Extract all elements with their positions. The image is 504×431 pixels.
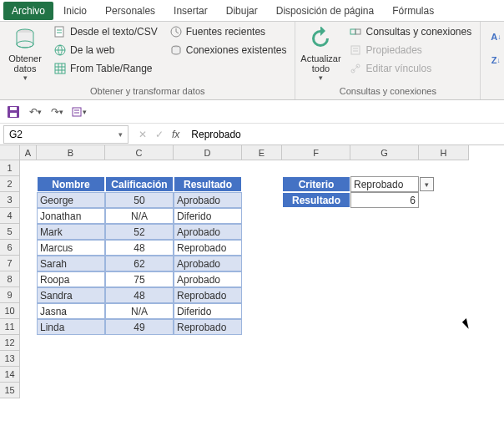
tab-formulas[interactable]: Fórmulas xyxy=(384,2,442,20)
col-header-D[interactable]: D xyxy=(174,145,242,160)
qat-extra-button[interactable]: ▾ xyxy=(70,104,87,120)
svg-rect-13 xyxy=(10,107,17,110)
table-cell[interactable]: Reprobado xyxy=(174,319,242,335)
from-table-button[interactable]: From Table/Range xyxy=(50,60,161,77)
table-cell[interactable]: N/A xyxy=(105,208,174,224)
table-cell[interactable]: Aprobado xyxy=(174,256,242,271)
sort-asc-button[interactable]: A↓ xyxy=(486,28,504,45)
table-cell[interactable]: Aprobado xyxy=(174,192,242,208)
col-header-A[interactable]: A xyxy=(20,145,37,160)
row-header-14[interactable]: 14 xyxy=(0,367,20,383)
row-header-4[interactable]: 4 xyxy=(0,208,20,224)
table-cell[interactable]: 48 xyxy=(105,240,174,256)
group-sort: A↓ Z↓ xyxy=(481,22,504,99)
criterio-dropdown-button[interactable]: ▾ xyxy=(420,177,434,191)
tab-dibujar[interactable]: Dibujar xyxy=(218,2,266,20)
col-header-H[interactable]: H xyxy=(419,145,469,160)
table-cell[interactable]: Reprobado xyxy=(174,240,242,256)
table-cell[interactable]: 62 xyxy=(105,256,174,271)
row-header-13[interactable]: 13 xyxy=(0,351,20,367)
name-box[interactable]: ▾ xyxy=(3,125,129,144)
tab-inicio[interactable]: Inicio xyxy=(55,2,95,20)
row-header-5[interactable]: 5 xyxy=(0,224,20,240)
svg-rect-9 xyxy=(351,46,360,54)
row-header-2[interactable]: 2 xyxy=(0,176,20,192)
obtener-datos-button[interactable]: Obtener datos ▾ xyxy=(5,23,45,84)
database-icon xyxy=(12,25,38,52)
actualizar-todo-button[interactable]: Actualizar todo ▾ xyxy=(300,23,340,84)
row-header-12[interactable]: 12 xyxy=(0,335,20,351)
name-box-input[interactable] xyxy=(9,129,118,140)
resultado-value-cell[interactable]: 6 xyxy=(350,192,419,208)
de-la-web-button[interactable]: De la web xyxy=(50,42,161,58)
edit-links-icon xyxy=(349,62,362,75)
table-header: Calificación xyxy=(105,176,174,192)
sort-desc-icon: Z↓ xyxy=(489,53,502,67)
sort-desc-button[interactable]: Z↓ xyxy=(486,52,504,68)
table-cell[interactable]: Sarah xyxy=(37,256,105,271)
undo-button[interactable]: ↶▾ xyxy=(27,104,43,120)
row-header-8[interactable]: 8 xyxy=(0,271,20,287)
confirm-formula-button[interactable]: ✓ xyxy=(155,129,164,140)
col-header-B[interactable]: B xyxy=(37,145,105,160)
table-cell[interactable]: Reprobado xyxy=(174,287,242,303)
table-cell[interactable]: Linda xyxy=(37,319,105,335)
col-header-F[interactable]: F xyxy=(282,145,350,160)
table-cell[interactable]: Roopa xyxy=(37,271,105,287)
row-header-7[interactable]: 7 xyxy=(0,256,20,271)
svg-rect-8 xyxy=(355,29,360,34)
col-header-E[interactable]: E xyxy=(242,145,282,160)
table-cell[interactable]: 48 xyxy=(105,287,174,303)
col-header-G[interactable]: G xyxy=(350,145,419,160)
recent-icon xyxy=(169,25,183,38)
table-cell[interactable]: 49 xyxy=(105,319,174,335)
select-all-cells[interactable] xyxy=(0,145,20,160)
table-cell[interactable]: 75 xyxy=(105,271,174,287)
table-header: Resultado xyxy=(174,176,242,192)
tab-personales[interactable]: Personales xyxy=(97,2,164,20)
table-cell[interactable]: Aprobado xyxy=(174,224,242,240)
tab-archivo[interactable]: Archivo xyxy=(3,2,53,20)
table-cell[interactable]: Marcus xyxy=(37,240,105,256)
table-cell[interactable]: 50 xyxy=(105,192,174,208)
table-cell[interactable]: Diferido xyxy=(174,303,242,319)
fuentes-recientes-button[interactable]: Fuentes recientes xyxy=(166,23,290,40)
table-cell[interactable]: Mark xyxy=(37,224,105,240)
table-cell[interactable]: Sandra xyxy=(37,287,105,303)
save-button[interactable] xyxy=(5,104,22,120)
redo-button[interactable]: ↷▾ xyxy=(48,104,65,120)
cancel-formula-button[interactable]: ✕ xyxy=(139,129,147,140)
row-header-15[interactable]: 15 xyxy=(0,383,20,398)
svg-rect-2 xyxy=(55,27,63,37)
chevron-down-icon[interactable]: ▾ xyxy=(118,130,123,139)
properties-icon xyxy=(349,43,362,57)
table-cell[interactable]: Jasna xyxy=(37,303,105,319)
svg-rect-4 xyxy=(55,63,65,74)
table-cell[interactable]: 52 xyxy=(105,224,174,240)
fx-button[interactable]: fx xyxy=(172,129,179,140)
row-header-11[interactable]: 11 xyxy=(0,319,20,335)
row-header-9[interactable]: 9 xyxy=(0,287,20,303)
conexiones-existentes-button[interactable]: Conexiones existentes xyxy=(166,42,290,58)
row-header-6[interactable]: 6 xyxy=(0,240,20,256)
table-cell[interactable]: George xyxy=(37,192,105,208)
chevron-down-icon: ▾ xyxy=(319,74,323,82)
file-csv-icon xyxy=(53,25,67,38)
table-cell[interactable]: N/A xyxy=(105,303,174,319)
table-cell[interactable]: Jonathan xyxy=(37,208,105,224)
table-cell[interactable]: Diferido xyxy=(174,208,242,224)
criterio-value-cell[interactable]: Reprobado xyxy=(350,176,419,192)
refresh-icon xyxy=(307,25,334,52)
editar-vinculos-button: Editar vínculos xyxy=(345,60,475,77)
row-header-1[interactable]: 1 xyxy=(0,160,20,176)
ribbon: Obtener datos ▾ Desde el texto/CSV De la… xyxy=(0,22,504,100)
col-header-C[interactable]: C xyxy=(105,145,174,160)
tab-insertar[interactable]: Insertar xyxy=(165,2,216,20)
row-header-10[interactable]: 10 xyxy=(0,303,20,319)
table-cell[interactable]: Aprobado xyxy=(174,271,242,287)
tab-disposicion[interactable]: Disposición de página xyxy=(268,2,382,20)
consultas-conexiones-button[interactable]: Consultas y conexiones xyxy=(345,23,475,40)
row-header-3[interactable]: 3 xyxy=(0,192,20,208)
desde-csv-button[interactable]: Desde el texto/CSV xyxy=(50,23,161,40)
formula-input[interactable] xyxy=(186,129,504,140)
